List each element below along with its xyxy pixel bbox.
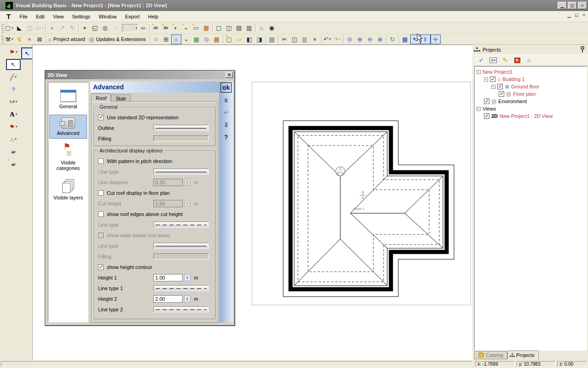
- style-pen-button[interactable]: ✶ ✎ ▾: [67, 23, 77, 33]
- line-distance-spinner[interactable]: ▲▼: [184, 179, 190, 186]
- menu-window[interactable]: Window: [94, 13, 121, 20]
- save-button[interactable]: ✶ ◧ ▾: [245, 35, 255, 44]
- tree-checkbox[interactable]: [490, 76, 495, 82]
- menu-settings[interactable]: Settings: [68, 13, 95, 20]
- properties-button[interactable]: ✎: [500, 55, 510, 65]
- restore-button[interactable]: ◱: [568, 2, 577, 9]
- tab-catalog[interactable]: Catalog: [474, 351, 507, 359]
- show-walls-checkbox[interactable]: [98, 233, 104, 238]
- sphere-tool-button[interactable]: ✶ ● ▾: [47, 23, 57, 33]
- minimize-button[interactable]: ▁: [558, 2, 567, 9]
- show-roof-edges-checkbox[interactable]: [98, 211, 104, 217]
- new-file-button[interactable]: ✶ ▢ ▾: [224, 35, 234, 44]
- window-tile-h-button[interactable]: ✶ ▤ ▾: [234, 23, 244, 33]
- preview-doc-button[interactable]: ✶ ⊙ ▾: [202, 35, 212, 44]
- use-standard-2d-checkbox[interactable]: [98, 115, 104, 120]
- roof-design-dropdown[interactable]: ✶ ⚑ ▾: [6, 121, 21, 132]
- move-tool-button[interactable]: ✶ ↗ ▾: [57, 23, 67, 33]
- child-close-button[interactable]: ×: [582, 12, 585, 18]
- new-box-view-button[interactable]: ✶ ▭ ▾: [191, 23, 201, 33]
- new-2d-view-button[interactable]: ✶ 2D ▾: [151, 23, 161, 33]
- transfer-icon[interactable]: ⇩: [221, 120, 232, 130]
- tools-button[interactable]: ✶ ⚒ ▾: [4, 35, 14, 44]
- window-cascade-button[interactable]: ✶ ◫ ▾: [224, 23, 234, 33]
- return-icon[interactable]: ↵: [221, 107, 232, 117]
- grid-button[interactable]: ✶ ▦ ▾: [400, 35, 410, 44]
- delete-item-button[interactable]: ×: [512, 55, 522, 65]
- clock-button[interactable]: ✶ ◔ ▾: [110, 23, 120, 33]
- sidebar-item-visible-categories[interactable]: Visible categories: [49, 141, 87, 174]
- tree-checkbox[interactable]: [484, 113, 489, 119]
- close-window-button[interactable]: ✶ ⊠ ▾: [35, 35, 45, 44]
- confirm-button[interactable]: ✓: [476, 55, 486, 65]
- roof-edges-line-type-preview[interactable]: [153, 222, 209, 228]
- new-walkthrough-button[interactable]: ✶ ◒ ▾: [181, 23, 191, 33]
- zoom-out-button[interactable]: ✶ ⊖ ▾: [365, 35, 375, 44]
- rename-button[interactable]: abl: [488, 55, 498, 65]
- tree-expander[interactable]: −: [484, 77, 488, 82]
- eraser-tool-button[interactable]: ✶ ▰ ▾: [6, 146, 21, 157]
- add-building-button[interactable]: ⌂: [524, 55, 534, 65]
- eraser-new-button[interactable]: ✶ ▰ ▾: [6, 158, 21, 169]
- window-new-button[interactable]: ✶ ▢ ▾: [214, 23, 224, 33]
- quick-select-button[interactable]: ✶ ↯ ▾: [14, 35, 24, 44]
- child-window-icon[interactable]: T: [6, 12, 11, 20]
- walls-line-type-preview[interactable]: [153, 243, 209, 249]
- snap-crosshair-button[interactable]: ✶ ⌖ ▾: [80, 23, 90, 33]
- updates-extensions-button[interactable]: ✶ ◎ Updates & Extensions ▾: [88, 35, 149, 44]
- tree-item-floor-plan[interactable]: − Floor plan: [475, 90, 587, 98]
- menu-help[interactable]: Help: [144, 13, 163, 20]
- window-grid-button[interactable]: ✶ ⊞ ▾: [161, 35, 171, 44]
- selection-rect-button[interactable]: ✶ ▭ ▾: [35, 23, 45, 33]
- roof-flag-dropdown[interactable]: ✶ ⚑ ▾: [6, 47, 21, 58]
- tab-stair[interactable]: Stair: [111, 94, 131, 102]
- tree-expander[interactable]: −: [477, 70, 481, 74]
- cut-roof-checkbox[interactable]: [98, 190, 104, 196]
- cancel-action-button[interactable]: ✶ × ▾: [24, 35, 35, 44]
- child-minimize-button[interactable]: ▁: [567, 12, 571, 18]
- landscape-button[interactable]: ✶ ▩ ▾: [192, 35, 202, 44]
- filling-preview[interactable]: [153, 135, 209, 141]
- help-button[interactable]: ?: [221, 132, 232, 142]
- world-button[interactable]: ✶ ◎ ▾: [100, 23, 110, 33]
- copy-objects-button[interactable]: ✶ ◫ ▾: [24, 23, 35, 33]
- menu-edit[interactable]: Edit: [32, 13, 49, 20]
- outline-line-preview[interactable]: [153, 125, 209, 131]
- floating-pointer-button[interactable]: ↖: [21, 47, 33, 59]
- undo-button[interactable]: ✶ ↶ ▾: [322, 35, 332, 44]
- menu-view[interactable]: View: [49, 13, 68, 20]
- tree-expander[interactable]: −: [477, 107, 481, 111]
- sidebar-item-advanced[interactable]: Advanced: [49, 115, 87, 139]
- zoom-off-button[interactable]: ✶ ⊗ ▾: [375, 35, 385, 44]
- sidebar-item-visible-layers[interactable]: Visible layers: [49, 176, 87, 203]
- camera-button[interactable]: ✶ ◉ ▾: [267, 23, 277, 33]
- close-button[interactable]: ×: [578, 2, 587, 9]
- measure-query-button[interactable]: ✶ ? ▾: [6, 84, 21, 95]
- height1-spinner[interactable]: ▲▼: [184, 274, 190, 281]
- delete-button[interactable]: ✶ × ▾: [310, 35, 320, 44]
- tree-item-environment[interactable]: − Environment: [475, 98, 587, 105]
- tab-roof[interactable]: Roof: [91, 93, 111, 102]
- roof-tool-button[interactable]: ✶ ⌂ ▾: [171, 35, 181, 44]
- cut-height-input[interactable]: [153, 200, 183, 207]
- dimension-tool-button[interactable]: ✶ 1.0 ▾: [6, 96, 21, 107]
- line-type1-preview[interactable]: [153, 285, 209, 291]
- dialog-title-bar[interactable]: 2D-View: [45, 70, 234, 79]
- tree-checkbox[interactable]: [484, 99, 489, 104]
- walls-filling-preview[interactable]: [153, 253, 209, 259]
- redo-button[interactable]: ✶ ↷ ▾: [332, 35, 343, 44]
- style-combobox[interactable]: ✶ ▾: [122, 24, 138, 32]
- menu-file[interactable]: File: [15, 13, 32, 20]
- project-wizard-button[interactable]: ✶ ⌂ Project wizard ▾: [47, 35, 88, 44]
- tree-expander[interactable]: −: [491, 85, 495, 89]
- building-tool-dropdown[interactable]: ✶ ⌂ ▾: [6, 134, 21, 145]
- refresh-button[interactable]: ✶ ↻ ▾: [388, 35, 398, 44]
- line-distance-input[interactable]: [153, 179, 183, 186]
- pin-icon[interactable]: [581, 46, 584, 50]
- height1-input[interactable]: [153, 274, 183, 281]
- save-view-button[interactable]: ✶ ⌂ ▾: [256, 23, 267, 33]
- tree-checkbox[interactable]: [497, 84, 503, 89]
- texture-catalog-button[interactable]: ✶ ▦ ▾: [201, 23, 211, 33]
- sidebar-item-general[interactable]: General: [49, 87, 87, 112]
- copy-button[interactable]: ✶ ◫ ▾: [290, 35, 300, 44]
